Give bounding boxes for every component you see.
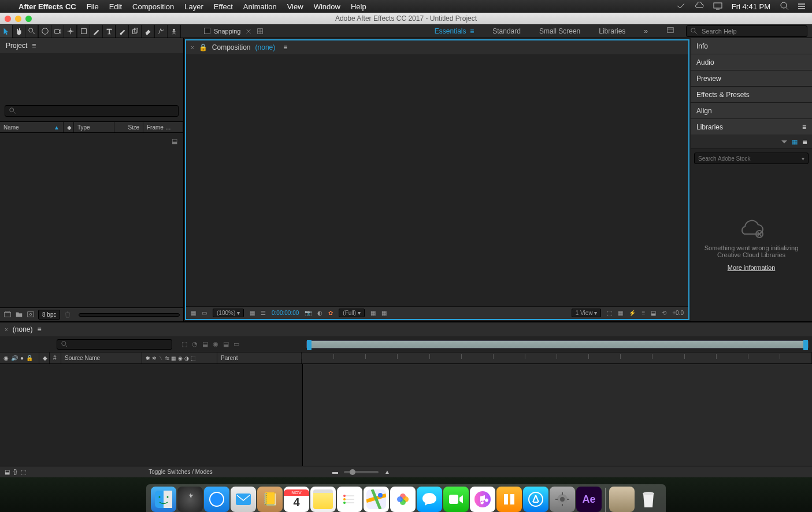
layer-list[interactable] [0, 364, 303, 466]
fast-preview-icon[interactable]: ⚡ [629, 310, 636, 316]
zoom-slider[interactable] [344, 471, 379, 473]
orbit-tool[interactable] [39, 25, 51, 38]
dock-messages[interactable] [417, 487, 442, 512]
camera-tool[interactable] [51, 25, 64, 38]
lib-grid-icon[interactable]: ▦ [792, 138, 798, 146]
dock-contacts[interactable]: 📒 [257, 487, 283, 512]
dock-maps[interactable] [364, 487, 389, 512]
resolution-icon[interactable]: ▦ [250, 310, 255, 316]
stock-search-input[interactable]: Search Adobe Stock▾ [694, 153, 809, 164]
view-options-icon[interactable]: ⬚ [607, 310, 612, 316]
menu-composition[interactable]: Composition [132, 2, 174, 11]
lock-icon[interactable]: 🔒 [199, 43, 207, 51]
comp-mini-icon[interactable]: ⬚ [181, 340, 187, 348]
menu-window[interactable]: Window [314, 2, 340, 11]
lock-col-icon[interactable]: 🔒 [26, 355, 33, 361]
dock-trash[interactable] [636, 487, 661, 512]
clock[interactable]: Fri 4:41 PM [732, 2, 770, 11]
lib-list-icon[interactable]: ≣ [802, 138, 807, 146]
more-information-link[interactable]: More information [728, 264, 776, 271]
dock-notes[interactable] [310, 487, 336, 512]
interpret-icon[interactable] [3, 310, 12, 320]
delete-icon[interactable] [64, 310, 72, 320]
display-icon[interactable] [713, 1, 722, 12]
frame-blend-icon[interactable]: ⬓ [202, 340, 208, 348]
close-timeline-tab-icon[interactable]: × [5, 327, 8, 333]
composition-tab-label[interactable]: Composition [212, 43, 251, 51]
dock-calendar[interactable]: NOV4 [284, 487, 309, 512]
pen-tool[interactable] [90, 25, 103, 38]
flowchart-comp-icon[interactable]: ⬓ [651, 310, 656, 316]
panel-menu-icon[interactable]: ≡ [32, 42, 36, 50]
graph-editor-icon[interactable]: ⬓ [223, 340, 229, 348]
work-area-end[interactable] [803, 340, 808, 350]
solo-col-icon[interactable]: ● [20, 355, 24, 361]
hand-tool[interactable] [13, 25, 25, 38]
panel-libraries[interactable]: Libraries≡ [691, 119, 812, 135]
menu-view[interactable]: View [287, 2, 303, 11]
panel-info[interactable]: Info [691, 38, 812, 54]
clone-tool[interactable] [129, 25, 142, 38]
new-folder-icon[interactable] [15, 310, 23, 320]
workspace-essentials[interactable]: Essentials ≡ [435, 27, 474, 35]
dock-mail[interactable] [231, 487, 256, 512]
menu-effect[interactable]: Effect [214, 2, 233, 11]
menu-file[interactable]: File [87, 2, 99, 11]
dock-settings[interactable] [550, 487, 575, 512]
menu-animation[interactable]: Animation [243, 2, 277, 11]
search-help-input[interactable]: Search Help [686, 25, 807, 37]
view-dropdown[interactable]: 1 View ▾ [572, 309, 602, 317]
app-name[interactable]: After Effects CC [18, 2, 76, 11]
snapshot-icon[interactable]: 📷 [305, 310, 312, 316]
source-name-col[interactable]: Source Name [61, 353, 142, 363]
color-mgmt-icon[interactable]: ✿ [328, 310, 333, 316]
panel-preview[interactable]: Preview [691, 71, 812, 87]
zoom-dropdown[interactable]: (100%) ▾ [213, 309, 244, 317]
region-icon[interactable]: ▭ [202, 310, 207, 316]
project-tab[interactable]: Project [6, 42, 27, 50]
comp-panel-menu-icon[interactable]: ≡ [283, 43, 287, 51]
motion-blur-icon[interactable]: ◉ [213, 340, 218, 348]
workspace-standard[interactable]: Standard [492, 27, 521, 35]
alpha-icon[interactable]: ▦ [191, 310, 196, 316]
zoom-tool[interactable] [25, 25, 38, 38]
composition-viewer[interactable] [186, 54, 688, 306]
project-search-input[interactable] [5, 105, 179, 117]
switches-col[interactable]: ✱✲﹨fx▦◉◑⬚ [142, 353, 217, 363]
spotlight-icon[interactable] [780, 1, 789, 12]
timeline-tab-name[interactable]: (none) [13, 325, 33, 333]
selection-tool[interactable] [0, 25, 13, 38]
panel-align[interactable]: Align [691, 103, 812, 119]
panel-audio[interactable]: Audio [691, 54, 812, 71]
label-col-icon[interactable]: ◆ [64, 122, 74, 132]
menu-extras-icon[interactable] [798, 3, 805, 9]
channel-icon[interactable]: ◐ [317, 310, 322, 316]
workspace-libraries[interactable]: Libraries [599, 27, 625, 35]
type-tool[interactable] [103, 25, 116, 38]
workspace-overflow-icon[interactable]: » [644, 27, 648, 35]
snap-options-icon[interactable] [256, 27, 264, 35]
dock-after-effects[interactable]: Ae [576, 487, 602, 512]
dock-reminders[interactable] [337, 487, 362, 512]
lib-dropdown-icon[interactable] [781, 140, 787, 143]
roto-tool[interactable] [155, 25, 168, 38]
cc-status-icon[interactable] [676, 1, 685, 12]
timeline-panel-menu-icon[interactable]: ≡ [38, 325, 42, 333]
3d-icon[interactable]: ▦ [381, 310, 387, 316]
index-col[interactable]: # [50, 353, 61, 363]
workspace-small-screen[interactable]: Small Screen [539, 27, 580, 35]
video-col-icon[interactable]: ◉ [3, 355, 9, 361]
rectangle-tool[interactable] [77, 25, 90, 38]
audio-col-icon[interactable]: 🔊 [11, 355, 18, 361]
menu-help[interactable]: Help [351, 2, 366, 11]
cc-cloud-icon[interactable] [695, 1, 704, 12]
panel-effects-presets[interactable]: Effects & Presets [691, 87, 812, 103]
render-icon[interactable]: ⬚ [21, 469, 26, 475]
time-ruler[interactable] [302, 353, 812, 363]
time-navigator[interactable] [306, 340, 809, 348]
pan-behind-tool[interactable] [64, 25, 77, 38]
dock-appstore[interactable] [523, 487, 548, 512]
dock-launchpad[interactable] [177, 487, 203, 512]
brace-icon[interactable]: {} [13, 469, 17, 475]
dock-photos[interactable] [390, 487, 416, 512]
